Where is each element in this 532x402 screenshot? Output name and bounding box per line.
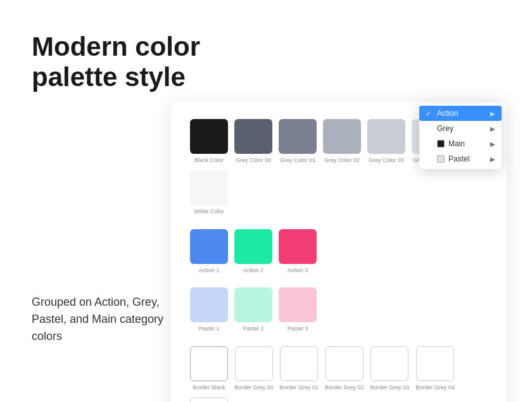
color-item[interactable]: Action 3 bbox=[279, 229, 317, 274]
color-item[interactable]: Border Grey 02 bbox=[325, 346, 364, 391]
color-label: Black Color bbox=[194, 157, 224, 164]
color-item[interactable]: Border Black bbox=[190, 346, 228, 391]
category-dropdown[interactable]: ✓Action▶Grey▶Main▶Pastel▶ bbox=[419, 103, 502, 169]
dropdown-item-pastel[interactable]: Pastel▶ bbox=[419, 151, 502, 166]
color-label: Border Grey 01 bbox=[280, 384, 319, 391]
color-label: Action 3 bbox=[288, 267, 308, 274]
title-line2: palette style bbox=[32, 62, 186, 92]
color-label: Border Black bbox=[193, 384, 225, 391]
chevron-right-icon: ▶ bbox=[490, 156, 495, 163]
color-label: Pastel 3 bbox=[288, 325, 308, 332]
color-swatch bbox=[190, 346, 228, 381]
dropdown-item-label: Action bbox=[437, 109, 458, 118]
checkmark-icon: ✓ bbox=[426, 110, 433, 118]
color-swatch bbox=[370, 346, 408, 381]
color-dot-icon bbox=[437, 155, 445, 163]
color-swatch bbox=[234, 229, 272, 264]
dropdown-item-main[interactable]: Main▶ bbox=[419, 136, 502, 151]
color-item[interactable]: Border Grey 01 bbox=[280, 346, 319, 391]
color-item[interactable]: Pastel 3 bbox=[279, 287, 317, 332]
color-item[interactable]: Grey Color 02 bbox=[323, 119, 361, 164]
subtitle-text: Grouped on Action, Grey, Pastel, and Mai… bbox=[32, 294, 171, 345]
color-label: Border Grey 02 bbox=[325, 384, 364, 391]
color-label: Border Grey 04 bbox=[415, 384, 455, 391]
color-label: White Color bbox=[194, 208, 224, 215]
color-item[interactable]: Pastel 1 bbox=[190, 287, 228, 332]
color-item[interactable]: Grey Color 00 bbox=[234, 119, 272, 164]
color-item[interactable]: White Color bbox=[190, 170, 228, 215]
color-swatch bbox=[323, 119, 361, 154]
title-line1: Modern color bbox=[32, 32, 200, 61]
chevron-right-icon: ▶ bbox=[490, 141, 495, 148]
color-item[interactable]: Grey Color 01 bbox=[279, 119, 317, 164]
color-swatch bbox=[367, 119, 405, 154]
color-swatch bbox=[279, 229, 317, 264]
color-swatch bbox=[279, 287, 317, 322]
color-swatch bbox=[190, 287, 228, 322]
chevron-right-icon: ▶ bbox=[490, 110, 495, 117]
color-item[interactable]: Grey Color 03 bbox=[367, 119, 405, 164]
color-item[interactable]: Pastel 2 bbox=[234, 287, 272, 332]
color-swatch bbox=[190, 229, 228, 264]
color-item[interactable]: Border Grey 03 bbox=[370, 346, 410, 391]
dropdown-item-label: Grey bbox=[437, 124, 453, 133]
color-swatch bbox=[190, 170, 228, 205]
color-swatch bbox=[190, 119, 228, 154]
color-swatch bbox=[190, 398, 228, 402]
page-title: Modern color palette style bbox=[32, 32, 200, 93]
color-swatch bbox=[235, 346, 273, 381]
dropdown-item-label: Pastel bbox=[448, 154, 469, 163]
color-item[interactable]: Action 1 bbox=[190, 229, 228, 274]
color-swatch bbox=[416, 346, 454, 381]
color-label: Action 2 bbox=[243, 267, 264, 274]
color-label: Action 1 bbox=[199, 267, 220, 274]
color-label: Pastel 1 bbox=[199, 325, 220, 332]
dropdown-item-grey[interactable]: Grey▶ bbox=[419, 121, 502, 136]
chevron-right-icon: ▶ bbox=[490, 125, 495, 132]
color-swatch bbox=[234, 119, 272, 154]
color-item[interactable]: Border White bbox=[190, 398, 228, 402]
color-section-borders: Border BlackBorder Grey 00Border Grey 01… bbox=[190, 346, 488, 402]
color-label: Grey Color 02 bbox=[324, 157, 360, 164]
color-label: Grey Color 00 bbox=[236, 157, 271, 164]
color-item[interactable]: Black Color bbox=[190, 119, 228, 164]
color-label: Grey Color 03 bbox=[369, 157, 404, 164]
dropdown-item-action[interactable]: ✓Action▶ bbox=[419, 106, 502, 121]
color-dot-icon bbox=[437, 140, 445, 148]
color-item[interactable]: Border Grey 04 bbox=[415, 346, 455, 391]
color-item[interactable]: Border Grey 00 bbox=[234, 346, 274, 391]
dropdown-item-label: Main bbox=[448, 139, 465, 148]
color-section-pastels: Pastel 1Pastel 2Pastel 3 bbox=[190, 287, 488, 332]
color-swatch bbox=[234, 287, 272, 322]
color-label: Border Grey 03 bbox=[370, 384, 410, 391]
color-item[interactable]: Action 2 bbox=[234, 229, 272, 274]
color-swatch bbox=[326, 346, 364, 381]
color-label: Pastel 2 bbox=[243, 325, 264, 332]
color-label: Border Grey 00 bbox=[234, 384, 274, 391]
color-swatch bbox=[280, 346, 318, 381]
color-label: Grey Color 01 bbox=[280, 157, 315, 164]
color-section-actions: Action 1Action 2Action 3 bbox=[190, 229, 488, 274]
color-swatch bbox=[279, 119, 317, 154]
